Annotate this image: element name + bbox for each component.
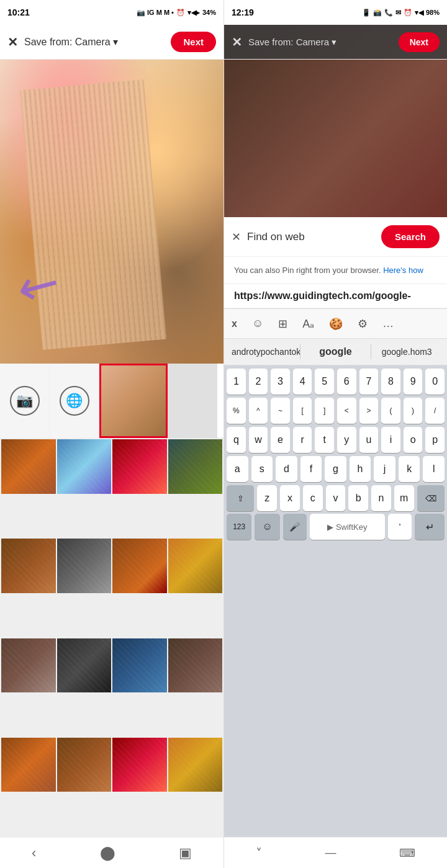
key-e[interactable]: e: [271, 427, 290, 453]
key-v[interactable]: v: [326, 485, 346, 511]
grid-cell[interactable]: [1, 638, 56, 693]
chevron-down-button[interactable]: ˅: [256, 846, 262, 861]
url-bar[interactable]: https://www.guidingtech.com/google-: [224, 284, 447, 308]
key-6[interactable]: 6: [337, 369, 356, 395]
apostrophe-key[interactable]: ': [388, 514, 412, 540]
grid-cell[interactable]: [57, 539, 112, 593]
suggestion-left[interactable]: androtypochantokmelyol: [229, 344, 300, 359]
num-mode-button[interactable]: 123: [227, 514, 251, 540]
key-caret[interactable]: ^: [249, 398, 268, 424]
web-source-button[interactable]: 🌐: [50, 364, 99, 438]
right-close-button[interactable]: ✕: [232, 35, 242, 50]
key-paren-open[interactable]: (: [381, 398, 400, 424]
find-close-button[interactable]: ✕: [232, 230, 241, 244]
selected-thumbnail[interactable]: [99, 364, 168, 438]
heres-how-link[interactable]: Here's how: [383, 266, 423, 275]
grid-cell[interactable]: [57, 638, 112, 693]
key-m[interactable]: m: [394, 485, 414, 511]
search-button[interactable]: Search: [381, 225, 440, 248]
key-j[interactable]: j: [374, 456, 395, 482]
key-lt[interactable]: <: [337, 398, 356, 424]
grid-cell[interactable]: [112, 439, 167, 494]
key-l[interactable]: l: [423, 456, 445, 482]
left-next-button[interactable]: Next: [171, 32, 216, 52]
grid-cell[interactable]: [112, 738, 167, 792]
key-3[interactable]: 3: [271, 369, 290, 395]
left-close-button[interactable]: ✕: [7, 35, 18, 50]
cookie-toolbar-button[interactable]: 🍪: [327, 315, 345, 333]
key-b[interactable]: b: [348, 485, 368, 511]
right-signal: ▾◀: [415, 9, 423, 17]
key-4[interactable]: 4: [293, 369, 312, 395]
left-save-from-label[interactable]: Save from: Camera ▾: [24, 36, 171, 48]
text-toolbar-button[interactable]: Aₐ: [300, 315, 317, 333]
key-z[interactable]: z: [257, 485, 277, 511]
key-5[interactable]: 5: [315, 369, 334, 395]
key-d[interactable]: d: [276, 456, 297, 482]
right-home-bar[interactable]: —: [325, 846, 336, 859]
key-r[interactable]: r: [293, 427, 312, 453]
gear-toolbar-button[interactable]: ⚙: [355, 315, 370, 333]
shift-key[interactable]: ⇧: [227, 485, 254, 511]
grid-cell[interactable]: [112, 539, 167, 593]
grid-cell[interactable]: [168, 439, 223, 494]
key-s[interactable]: s: [251, 456, 273, 482]
key-p[interactable]: p: [425, 427, 445, 453]
suggestion-right[interactable]: google.hom3: [371, 344, 442, 359]
keyboard-close-button[interactable]: x: [229, 316, 240, 332]
key-percent[interactable]: %: [227, 398, 246, 424]
grid-cell[interactable]: [57, 738, 112, 792]
key-h[interactable]: h: [350, 456, 371, 482]
suggestion-middle[interactable]: google: [300, 344, 371, 360]
grid-cell[interactable]: [112, 638, 167, 693]
grid-cell[interactable]: [168, 638, 223, 693]
key-tilde[interactable]: ~: [271, 398, 290, 424]
key-1[interactable]: 1: [227, 369, 246, 395]
grid-cell[interactable]: [1, 738, 56, 792]
key-f[interactable]: f: [300, 456, 322, 482]
grid-cell[interactable]: [1, 539, 56, 593]
recents-button[interactable]: ▣: [179, 845, 192, 861]
key-n[interactable]: n: [371, 485, 391, 511]
key-u[interactable]: u: [359, 427, 379, 453]
key-7[interactable]: 7: [359, 369, 379, 395]
key-gt[interactable]: >: [359, 398, 379, 424]
back-button[interactable]: ‹: [32, 845, 36, 861]
more-toolbar-button[interactable]: …: [380, 315, 396, 333]
key-y[interactable]: y: [337, 427, 356, 453]
key-bracket-open[interactable]: [: [293, 398, 312, 424]
key-i[interactable]: i: [381, 427, 400, 453]
grid-cell[interactable]: [168, 539, 223, 593]
key-bracket-close[interactable]: ]: [315, 398, 334, 424]
backspace-key[interactable]: ⌫: [417, 485, 445, 511]
grid-cell[interactable]: [168, 738, 223, 792]
emoji-button[interactable]: ☺: [255, 514, 279, 540]
mic-button[interactable]: 🎤: [283, 514, 307, 540]
key-9[interactable]: 9: [404, 369, 423, 395]
key-2[interactable]: 2: [249, 369, 268, 395]
key-w[interactable]: w: [249, 427, 268, 453]
key-a[interactable]: a: [227, 456, 248, 482]
key-g[interactable]: g: [325, 456, 346, 482]
emoji-toolbar-button[interactable]: ☺: [250, 315, 266, 333]
key-k[interactable]: k: [399, 456, 420, 482]
home-button[interactable]: ⬤: [100, 845, 115, 861]
key-q[interactable]: q: [227, 427, 246, 453]
key-c[interactable]: c: [303, 485, 323, 511]
key-slash[interactable]: /: [425, 398, 445, 424]
key-paren-close[interactable]: ): [404, 398, 423, 424]
camera-source-button[interactable]: 📷: [0, 364, 50, 438]
key-o[interactable]: o: [404, 427, 423, 453]
space-key[interactable]: ▶ SwiftKey: [310, 514, 385, 540]
keyboard-toggle-button[interactable]: ⌨: [399, 846, 415, 860]
return-key[interactable]: ↵: [415, 514, 445, 540]
grid-cell[interactable]: [1, 439, 56, 494]
key-t[interactable]: t: [315, 427, 334, 453]
clipboard-toolbar-button[interactable]: ⊞: [276, 315, 290, 333]
right-next-button[interactable]: Next: [399, 32, 440, 52]
right-save-from-label[interactable]: Save from: Camera ▾: [248, 37, 399, 48]
key-0[interactable]: 0: [425, 369, 445, 395]
grid-cell[interactable]: [57, 439, 112, 494]
key-x[interactable]: x: [280, 485, 300, 511]
key-8[interactable]: 8: [381, 369, 400, 395]
